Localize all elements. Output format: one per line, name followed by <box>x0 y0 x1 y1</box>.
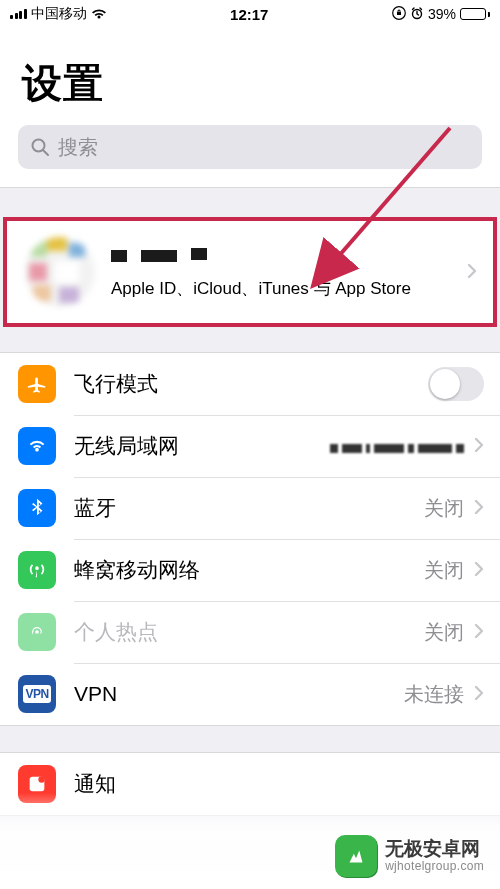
hotspot-icon <box>18 613 56 651</box>
row-bluetooth[interactable]: 蓝牙 关闭 <box>0 477 500 539</box>
chevron-right-icon <box>474 497 484 520</box>
chevron-right-icon <box>467 261 477 284</box>
profile-highlight-box: Apple ID、iCloud、iTunes 与 App Store <box>3 217 497 327</box>
page-header: 设置 <box>0 28 500 125</box>
alarm-icon <box>410 6 424 23</box>
status-bar: 中国移动 12:17 39% <box>0 0 500 28</box>
row-label: VPN <box>74 682 404 706</box>
profile-subtitle: Apple ID、iCloud、iTunes 与 App Store <box>111 277 467 300</box>
profile-name-redacted <box>111 245 467 267</box>
watermark-title: 无极安卓网 <box>385 839 484 860</box>
svg-line-3 <box>43 150 48 155</box>
row-airplane-mode[interactable]: 飞行模式 <box>0 353 500 415</box>
bluetooth-icon <box>18 489 56 527</box>
chevron-right-icon <box>474 559 484 582</box>
wifi-value-redacted <box>330 435 464 458</box>
svg-point-7 <box>38 776 44 782</box>
row-label: 蜂窝移动网络 <box>74 556 424 584</box>
watermark-url: wjhotelgroup.com <box>385 860 484 873</box>
carrier-label: 中国移动 <box>31 5 87 23</box>
signal-icon <box>10 9 27 19</box>
battery-pct: 39% <box>428 6 456 22</box>
watermark-logo <box>335 835 377 877</box>
vpn-icon: VPN <box>18 675 56 713</box>
search-icon <box>30 137 50 157</box>
row-value: 关闭 <box>424 557 464 584</box>
row-value: 未连接 <box>404 681 464 708</box>
search-placeholder: 搜索 <box>58 134 98 161</box>
battery-icon <box>460 8 490 20</box>
row-value: 关闭 <box>424 495 464 522</box>
settings-group-network: 飞行模式 无线局域网 蓝牙 关闭 蜂窝移动网络 关闭 个人热点 关闭 <box>0 352 500 726</box>
row-hotspot[interactable]: 个人热点 关闭 <box>0 601 500 663</box>
row-wifi[interactable]: 无线局域网 <box>0 415 500 477</box>
apple-id-row[interactable]: Apple ID、iCloud、iTunes 与 App Store <box>7 221 493 323</box>
row-vpn[interactable]: VPN VPN 未连接 <box>0 663 500 725</box>
lock-orientation-icon <box>392 6 406 23</box>
row-label: 蓝牙 <box>74 494 424 522</box>
chevron-right-icon <box>474 435 484 458</box>
watermark: 无极安卓网 wjhotelgroup.com <box>0 793 500 889</box>
row-label: 无线局域网 <box>74 432 330 460</box>
clock: 12:17 <box>230 6 268 23</box>
cellular-icon <box>18 551 56 589</box>
wifi-icon <box>91 7 107 23</box>
row-value: 关闭 <box>424 619 464 646</box>
airplane-toggle[interactable] <box>428 367 484 401</box>
airplane-icon <box>18 365 56 403</box>
wifi-icon <box>18 427 56 465</box>
row-label: 个人热点 <box>74 618 424 646</box>
chevron-right-icon <box>474 683 484 706</box>
search-input[interactable]: 搜索 <box>18 125 482 169</box>
chevron-right-icon <box>474 621 484 644</box>
page-title: 设置 <box>22 56 478 111</box>
avatar <box>25 237 95 307</box>
row-label: 飞行模式 <box>74 370 428 398</box>
row-cellular[interactable]: 蜂窝移动网络 关闭 <box>0 539 500 601</box>
